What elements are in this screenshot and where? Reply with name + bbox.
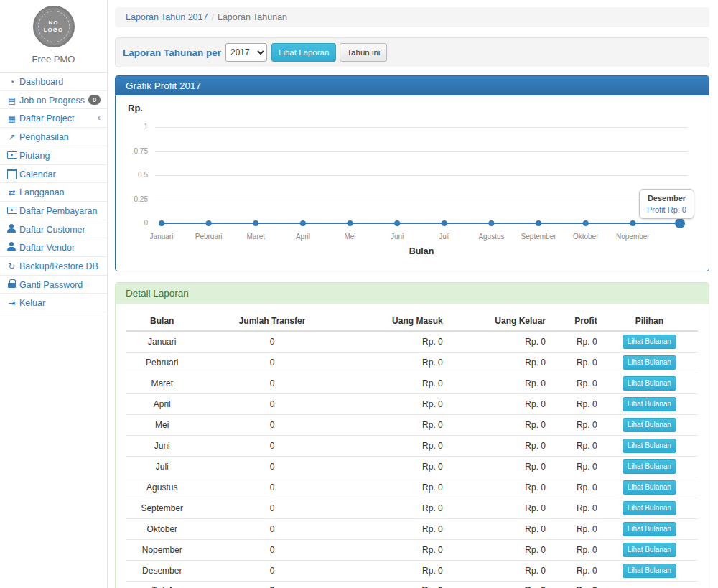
detail-report-panel: Detail Laporan BulanJumlah TransferUang …	[115, 282, 709, 588]
lihat-bulanan-button[interactable]: Lihat Bulanan	[623, 480, 676, 495]
cell-bulan: Desember	[126, 561, 198, 582]
lihat-bulanan-button[interactable]: Lihat Bulanan	[623, 418, 676, 432]
chart-data-point[interactable]	[253, 220, 258, 226]
sidebar-item-label: Backup/Restore DB	[19, 261, 98, 271]
chart-data-point[interactable]	[300, 220, 306, 226]
lihat-bulanan-button[interactable]: Lihat Bulanan	[623, 335, 676, 349]
cell-profit: Rp. 0	[549, 353, 601, 373]
cell-bulan: Nopember	[126, 540, 198, 561]
current-year-button[interactable]: Tahun ini	[340, 43, 387, 62]
table-row: Juni0Rp. 0Rp. 0Rp. 0Lihat Bulanan	[126, 436, 698, 457]
refresh-icon: ↻	[6, 262, 17, 271]
sidebar-item-keluar[interactable]: ⇥Keluar	[0, 294, 107, 312]
cell-masuk: Rp. 0	[346, 436, 446, 457]
sidebar-item-label: Daftar Vendor	[19, 243, 75, 253]
cell-pilihan: Lihat Bulanan	[601, 373, 698, 394]
chart-data-point[interactable]	[583, 220, 589, 226]
column-header-uang-keluar: Uang Keluar	[447, 312, 549, 331]
cell-bulan: Agustus	[126, 477, 198, 498]
profit-line-chart: Rp. Desember Profit Rp: 0 10.750.50.250J…	[126, 103, 698, 262]
chart-data-point[interactable]	[442, 220, 447, 226]
sidebar-item-piutang[interactable]: Piutang	[0, 146, 107, 165]
table-row: April0Rp. 0Rp. 0Rp. 0Lihat Bulanan	[126, 394, 698, 415]
column-header-pilihan: Pilihan	[601, 312, 698, 331]
lihat-bulanan-button[interactable]: Lihat Bulanan	[623, 355, 676, 370]
tachometer-icon: ◔	[6, 78, 17, 86]
sidebar-item-job-on-progress[interactable]: ▤0Job on Progress	[0, 91, 107, 110]
sidebar-item-daftar-project[interactable]: ▦‹Daftar Project	[0, 109, 107, 128]
chart-data-point[interactable]	[630, 220, 635, 226]
table-row: Mei0Rp. 0Rp. 0Rp. 0Lihat Bulanan	[126, 415, 698, 436]
year-select[interactable]: 2017	[225, 43, 267, 62]
cell-profit: Rp. 0	[549, 331, 601, 353]
sidebar-item-penghasilan[interactable]: ↗Penghasilan	[0, 128, 107, 146]
lihat-bulanan-button[interactable]: Lihat Bulanan	[623, 501, 676, 515]
breadcrumb-link-laporan-tahun[interactable]: Laporan Tahun 2017	[126, 12, 208, 22]
cell-pilihan: Lihat Bulanan	[601, 353, 698, 373]
view-report-button[interactable]: Lihat Laporan	[271, 43, 336, 62]
table-icon: ▦	[6, 114, 17, 123]
chart-panel-body: Rp. Desember Profit Rp: 0 10.750.50.250J…	[116, 95, 709, 271]
cell-bulan: Mei	[126, 415, 198, 436]
cell-keluar: Rp. 0	[447, 457, 549, 477]
chart-data-point-active[interactable]	[675, 218, 685, 228]
cell-profit: Rp. 0	[549, 540, 601, 561]
y-tick-label: 0	[126, 219, 148, 228]
lihat-bulanan-button[interactable]: Lihat Bulanan	[623, 439, 676, 453]
cell-masuk: Rp. 0	[346, 477, 446, 498]
cell-masuk: Rp. 0	[346, 457, 446, 477]
sidebar-item-daftar-customer[interactable]: Daftar Customer	[0, 220, 107, 239]
lihat-bulanan-button[interactable]: Lihat Bulanan	[623, 543, 676, 557]
chart-line-series[interactable]	[155, 215, 688, 232]
lihat-bulanan-button[interactable]: Lihat Bulanan	[623, 397, 676, 411]
cell-masuk: Rp. 0	[346, 519, 446, 540]
sidebar-item-label: Daftar Customer	[19, 224, 85, 234]
y-tick-label: 1	[126, 123, 148, 131]
sidebar-item-dashboard[interactable]: ◔Dashboard	[0, 73, 107, 91]
chart-data-point[interactable]	[488, 220, 494, 226]
breadcrumb-current: Laporan Tahunan	[218, 12, 287, 22]
sidebar-item-backup-restore-db[interactable]: ↻Backup/Restore DB	[0, 257, 107, 276]
chart-data-point[interactable]	[159, 220, 164, 226]
app-logo-link[interactable]: NO LOGO Free PMO	[0, 0, 107, 73]
cell-jumlah: 0	[198, 436, 347, 457]
sidebar-item-langganan[interactable]: ⇄Langganan	[0, 183, 107, 202]
x-axis-label: Oktober	[573, 233, 599, 241]
cell-pilihan: Lihat Bulanan	[601, 436, 698, 457]
lihat-bulanan-button[interactable]: Lihat Bulanan	[623, 376, 676, 391]
chart-panel-title: Grafik Profit 2017	[116, 76, 709, 95]
chart-data-point[interactable]	[394, 220, 400, 226]
sidebar-item-ganti-password[interactable]: Ganti Password	[0, 276, 107, 294]
table-row: Pebruari0Rp. 0Rp. 0Rp. 0Lihat Bulanan	[126, 353, 698, 373]
lihat-bulanan-button[interactable]: Lihat Bulanan	[623, 522, 676, 536]
lihat-bulanan-button[interactable]: Lihat Bulanan	[623, 564, 676, 578]
sidebar: NO LOGO Free PMO ◔Dashboard▤0Job on Prog…	[0, 0, 108, 588]
chart-data-point[interactable]	[348, 220, 353, 226]
cell-bulan: Oktober	[126, 519, 198, 540]
chart-data-point[interactable]	[206, 220, 212, 226]
y-tick-label: 0.5	[126, 171, 148, 179]
cell-keluar: Rp. 0	[447, 582, 549, 588]
cell-bulan: Januari	[126, 331, 198, 353]
cell-pilihan: Lihat Bulanan	[601, 331, 698, 353]
chart-tooltip: Desember Profit Rp: 0	[639, 189, 694, 219]
cell-keluar: Rp. 0	[447, 477, 549, 498]
chart-tooltip-value: Profit Rp: 0	[647, 205, 686, 214]
y-axis-title: Rp.	[128, 103, 143, 113]
cell-masuk: Rp. 0	[346, 582, 446, 588]
chart-data-point[interactable]	[536, 220, 541, 226]
sidebar-item-daftar-pembayaran[interactable]: Daftar Pembayaran	[0, 202, 107, 220]
table-row: Januari0Rp. 0Rp. 0Rp. 0Lihat Bulanan	[126, 331, 698, 353]
x-axis-label: Juni	[391, 233, 404, 241]
sidebar-item-label: Daftar Project	[19, 113, 74, 123]
cell-masuk: Rp. 0	[346, 331, 446, 353]
lihat-bulanan-button[interactable]: Lihat Bulanan	[623, 459, 676, 474]
x-axis-label: Nopember	[616, 233, 650, 241]
table-row: Nopember0Rp. 0Rp. 0Rp. 0Lihat Bulanan	[126, 540, 698, 561]
cell-masuk: Rp. 0	[346, 373, 446, 394]
chart-gridline	[155, 200, 688, 200]
sidebar-item-daftar-vendor[interactable]: Daftar Vendor	[0, 238, 107, 257]
sidebar-item-calendar[interactable]: Calendar	[0, 165, 107, 184]
chart-gridline	[155, 127, 688, 128]
cell-keluar: Rp. 0	[447, 519, 549, 540]
